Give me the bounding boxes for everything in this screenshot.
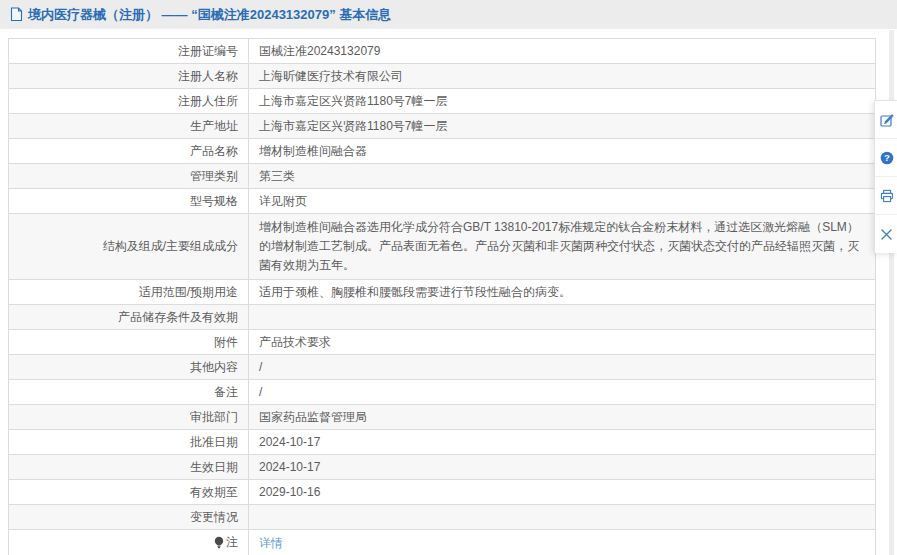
table-row-note: 注 详情 (9, 530, 876, 555)
note-label-text: 注 (226, 533, 238, 551)
edit-button[interactable] (875, 101, 897, 139)
row-label: 适用范围/预期用途 (9, 280, 249, 305)
row-label: 注册证编号 (9, 39, 249, 64)
row-value: 详情 (249, 530, 876, 555)
detail-link[interactable]: 详情 (259, 536, 283, 550)
table-row: 变更情况 (9, 505, 876, 530)
table-row: 备注 / (9, 380, 876, 405)
close-icon (880, 228, 893, 241)
page-title: 境内医疗器械（注册） —— “国械注准20243132079” 基本信息 (28, 6, 391, 24)
table-row: 审批部门 国家药品监督管理局 (9, 405, 876, 430)
edit-icon (880, 113, 894, 127)
table-row: 适用范围/预期用途 适用于颈椎、胸腰椎和腰骶段需要进行节段性融合的病变。 (9, 280, 876, 305)
row-value: 上海市嘉定区兴贤路1180号7幢一层 (249, 114, 876, 139)
row-value: 国械注准20243132079 (249, 39, 876, 64)
row-label: 注册人住所 (9, 89, 249, 114)
row-label: 其他内容 (9, 355, 249, 380)
row-value: 2024-10-17 (249, 455, 876, 480)
print-icon (880, 189, 894, 203)
help-button[interactable]: ? (875, 139, 897, 177)
table-row: 注册证编号 国械注准20243132079 (9, 39, 876, 64)
registration-info-table: 注册证编号 国械注准20243132079 注册人名称 上海昕健医疗技术有限公司… (8, 38, 876, 555)
row-label: 审批部门 (9, 405, 249, 430)
row-label: 产品储存条件及有效期 (9, 305, 249, 330)
row-value: 详见附页 (249, 189, 876, 214)
row-label: 附件 (9, 330, 249, 355)
row-value: 增材制造椎间融合器 (249, 139, 876, 164)
table-row: 产品名称 增材制造椎间融合器 (9, 139, 876, 164)
print-button[interactable] (875, 177, 897, 215)
row-label: 生产地址 (9, 114, 249, 139)
row-value: 国家药品监督管理局 (249, 405, 876, 430)
row-value: 增材制造椎间融合器选用化学成分符合GB/T 13810-2017标准规定的钛合金… (249, 214, 876, 280)
row-label: 注册人名称 (9, 64, 249, 89)
row-value: 2029-10-16 (249, 480, 876, 505)
floating-toolbar: ? (874, 100, 897, 253)
row-label: 结构及组成/主要组成成分 (9, 214, 249, 280)
row-value: / (249, 380, 876, 405)
table-row: 注册人名称 上海昕健医疗技术有限公司 (9, 64, 876, 89)
table-row: 附件 产品技术要求 (9, 330, 876, 355)
close-button[interactable] (875, 215, 897, 253)
registration-detail-page: 境内医疗器械（注册） —— “国械注准20243132079” 基本信息 注册证… (0, 0, 897, 555)
table-row: 生效日期 2024-10-17 (9, 455, 876, 480)
row-label: 型号规格 (9, 189, 249, 214)
row-label: 变更情况 (9, 505, 249, 530)
table-row: 生产地址 上海市嘉定区兴贤路1180号7幢一层 (9, 114, 876, 139)
document-icon (10, 7, 23, 22)
table-row: 其他内容 / (9, 355, 876, 380)
row-label: 产品名称 (9, 139, 249, 164)
row-value: / (249, 355, 876, 380)
row-label: 有效期至 (9, 480, 249, 505)
row-value (249, 505, 876, 530)
row-label: 管理类别 (9, 164, 249, 189)
row-label: 注 (9, 530, 249, 555)
table-row: 注册人住所 上海市嘉定区兴贤路1180号7幢一层 (9, 89, 876, 114)
svg-text:?: ? (884, 152, 890, 163)
page-header: 境内医疗器械（注册） —— “国械注准20243132079” 基本信息 (0, 0, 897, 29)
row-value: 上海昕健医疗技术有限公司 (249, 64, 876, 89)
row-value: 第三类 (249, 164, 876, 189)
row-value: 上海市嘉定区兴贤路1180号7幢一层 (249, 89, 876, 114)
row-value (249, 305, 876, 330)
table-row: 产品储存条件及有效期 (9, 305, 876, 330)
help-icon: ? (880, 151, 894, 165)
table-row-structure: 结构及组成/主要组成成分 增材制造椎间融合器选用化学成分符合GB/T 13810… (9, 214, 876, 280)
table-row: 有效期至 2029-10-16 (9, 480, 876, 505)
bulb-icon (214, 536, 224, 549)
table-row: 型号规格 详见附页 (9, 189, 876, 214)
table-row: 批准日期 2024-10-17 (9, 430, 876, 455)
row-value: 适用于颈椎、胸腰椎和腰骶段需要进行节段性融合的病变。 (249, 280, 876, 305)
table-row: 管理类别 第三类 (9, 164, 876, 189)
row-value: 产品技术要求 (249, 330, 876, 355)
row-label: 备注 (9, 380, 249, 405)
row-value: 2024-10-17 (249, 430, 876, 455)
row-label: 批准日期 (9, 430, 249, 455)
row-label: 生效日期 (9, 455, 249, 480)
